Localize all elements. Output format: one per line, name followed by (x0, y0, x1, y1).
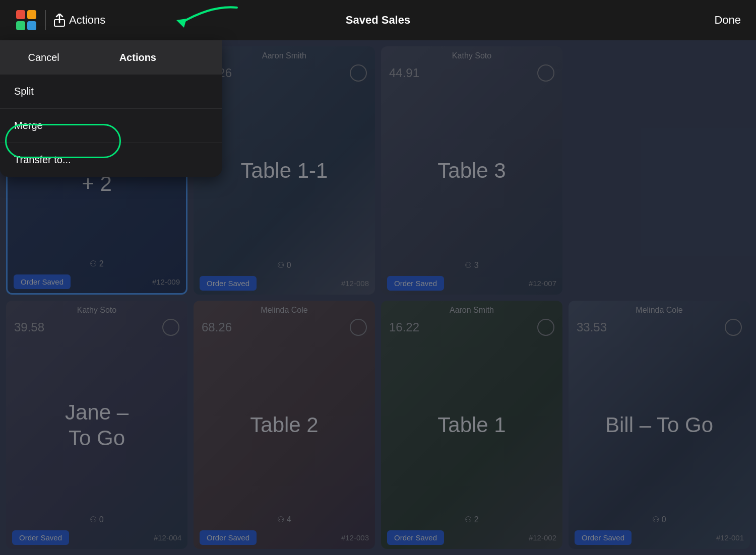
sale-card-002[interactable]: Aaron Smith 16.22 Table 1 ⚇ 2 Order Save… (381, 301, 562, 549)
card-guests: ⚇ 2 (381, 513, 562, 526)
split-menu-item[interactable]: Split (0, 75, 222, 109)
card-footer: Order Saved #12-001 (569, 526, 750, 549)
app-logo-icon (15, 9, 37, 31)
svg-rect-0 (16, 10, 25, 19)
card-checkbox[interactable] (537, 319, 554, 336)
card-amount: 39.58 (14, 320, 44, 334)
sale-card-003[interactable]: Melinda Cole 68.26 Table 2 ⚇ 4 Order Sav… (194, 301, 375, 549)
card-footer: Order Saved #12-004 (6, 526, 187, 549)
sale-card-004[interactable]: Kathy Soto 39.58 Jane –To Go ⚇ 0 Order S… (6, 301, 187, 549)
order-number: #12-003 (341, 533, 369, 542)
guests-icon: ⚇ (90, 515, 97, 524)
card-footer: Order Saved #12-003 (194, 526, 375, 549)
dropdown-title: Actions (87, 52, 188, 63)
order-number: #12-004 (154, 533, 181, 542)
card-guests: ⚇ 0 (569, 513, 750, 526)
order-number: #12-009 (152, 278, 180, 286)
actions-button-label: Actions (69, 14, 105, 27)
order-saved-button[interactable]: Order Saved (387, 530, 444, 545)
card-amount-row: 39.58 (6, 317, 187, 338)
card-amount-row: 44.91 (381, 62, 562, 84)
share-icon (54, 14, 65, 27)
order-number: #12-007 (529, 279, 556, 288)
card-checkbox[interactable] (162, 319, 179, 336)
done-button[interactable]: Done (714, 14, 741, 27)
card-checkbox[interactable] (350, 319, 367, 336)
order-number: #12-002 (529, 533, 556, 542)
card-guests: ⚇ 4 (194, 513, 375, 526)
card-guests: ⚇ 0 (194, 258, 375, 272)
card-footer: Order Saved #12-002 (381, 526, 562, 549)
card-amount: 33.53 (577, 320, 607, 334)
order-saved-button[interactable]: Order Saved (575, 530, 632, 545)
order-saved-button[interactable]: Order Saved (387, 276, 444, 291)
card-customer: Aaron Smith (381, 301, 562, 317)
card-guests: ⚇ 0 (6, 513, 187, 526)
card-name: Table 3 (381, 84, 562, 258)
card-amount: 68.26 (202, 320, 232, 334)
card-footer: Order Saved #12-009 (8, 270, 186, 293)
card-checkbox[interactable] (537, 64, 554, 82)
svg-rect-2 (16, 21, 25, 30)
guests-icon: ⚇ (652, 515, 659, 524)
card-amount-row: 68.26 (194, 317, 375, 338)
card-checkbox[interactable] (725, 319, 742, 336)
card-name: Bill – To Go (569, 338, 750, 513)
guests-icon: ⚇ (465, 515, 472, 524)
card-amount-row: 33.53 (569, 317, 750, 338)
empty-cell (569, 46, 750, 295)
card-name: Table 2 (194, 338, 375, 513)
guests-icon: ⚇ (465, 261, 472, 269)
dropdown-cancel-button[interactable]: Cancel (0, 42, 87, 74)
nav-divider (45, 10, 46, 30)
nav-left: Actions (15, 9, 105, 31)
merge-menu-item[interactable]: Merge (0, 109, 222, 143)
card-amount: 44.91 (389, 66, 419, 80)
top-nav: Actions Saved Sales Done (0, 0, 756, 40)
dropdown-header: Cancel Actions (0, 40, 222, 75)
sale-card-001[interactable]: Melinda Cole 33.53 Bill – To Go ⚇ 0 Orde… (569, 301, 750, 549)
card-name: Jane –To Go (6, 338, 187, 513)
guests-icon: ⚇ (277, 515, 284, 524)
card-customer: Kathy Soto (6, 301, 187, 317)
page-title: Saved Sales (346, 14, 410, 27)
actions-dropdown: Cancel Actions Split Merge Transfer to..… (0, 40, 222, 177)
order-number: #12-001 (716, 533, 744, 542)
order-saved-button[interactable]: Order Saved (14, 274, 71, 289)
guests-icon: ⚇ (90, 259, 97, 268)
order-saved-button[interactable]: Order Saved (12, 530, 69, 545)
card-customer: Melinda Cole (194, 301, 375, 317)
card-name: Table 1 (381, 338, 562, 513)
card-guests: ⚇ 3 (381, 258, 562, 272)
card-customer: Melinda Cole (569, 301, 750, 317)
svg-rect-1 (27, 10, 36, 19)
card-footer: Order Saved #12-008 (194, 272, 375, 295)
order-saved-button[interactable]: Order Saved (200, 530, 257, 545)
order-saved-button[interactable]: Order Saved (200, 276, 257, 291)
order-number: #12-008 (341, 279, 369, 288)
transfer-menu-item[interactable]: Transfer to... (0, 143, 222, 177)
card-amount-row: 16.22 (381, 317, 562, 338)
sale-card-007[interactable]: Kathy Soto 44.91 Table 3 ⚇ 3 Order Saved… (381, 46, 562, 295)
card-customer: Kathy Soto (381, 46, 562, 62)
actions-button[interactable]: Actions (54, 14, 105, 27)
card-amount: 16.22 (389, 320, 419, 334)
card-guests: ⚇ 2 (8, 257, 186, 270)
svg-rect-3 (27, 21, 36, 30)
card-footer: Order Saved #12-007 (381, 272, 562, 295)
guests-icon: ⚇ (277, 261, 284, 269)
card-checkbox[interactable] (350, 64, 367, 82)
